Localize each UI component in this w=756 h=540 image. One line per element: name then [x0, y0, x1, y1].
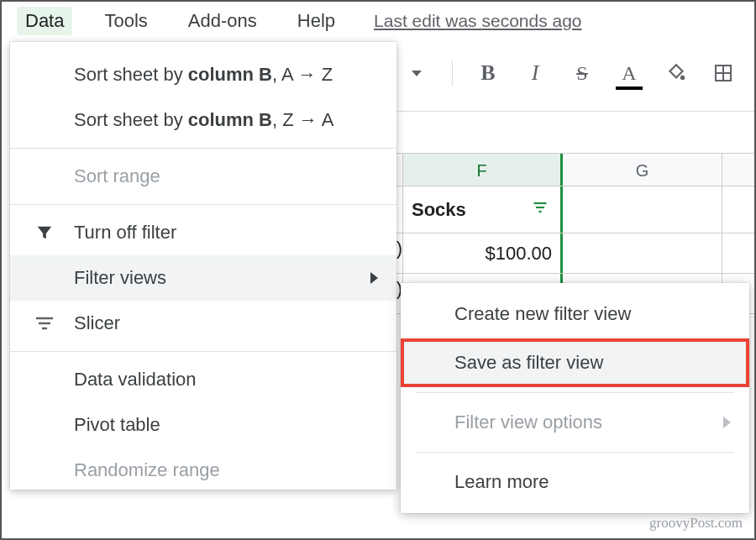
- last-edit-link[interactable]: Last edit was seconds ago: [374, 11, 582, 31]
- format-toolbar: B I S A: [405, 60, 756, 86]
- watermark: groovyPost.com: [649, 515, 743, 532]
- menu-sort-az[interactable]: Sort sheet by column B, A → Z: [10, 52, 396, 97]
- menu-sort-range: Sort range: [10, 154, 396, 199]
- menu-bar: Data Tools Add-ons Help Last edit was se…: [2, 2, 754, 40]
- data-validation-label: Data validation: [74, 369, 197, 391]
- funnel-icon: [30, 223, 59, 242]
- filter-views-label: Filter views: [74, 267, 166, 289]
- column-header-f[interactable]: F: [403, 154, 563, 186]
- toolbar-rule: [395, 111, 754, 112]
- submenu-create-filter-view[interactable]: Create new filter view: [401, 290, 749, 338]
- save-as-filter-view-label: Save as filter view: [454, 352, 603, 373]
- cell-g-header[interactable]: [563, 186, 722, 233]
- menu-help[interactable]: Help: [289, 7, 344, 35]
- italic-button[interactable]: I: [523, 61, 547, 85]
- pivot-table-label: Pivot table: [74, 414, 160, 436]
- data-dropdown: Sort sheet by column B, A → Z Sort sheet…: [10, 42, 396, 490]
- menu-sort-za[interactable]: Sort sheet by column B, Z → A: [10, 97, 396, 143]
- cell-g-row1[interactable]: [563, 233, 722, 273]
- cell-f-row1[interactable]: $100.00: [403, 233, 563, 273]
- cell-f-header-text: Socks: [412, 190, 466, 230]
- menu-turn-off-filter[interactable]: Turn off filter: [10, 210, 396, 255]
- column-header-g[interactable]: G: [563, 154, 722, 186]
- sort-az-label: Sort sheet by column B, A → Z: [74, 64, 333, 86]
- sort-range-label: Sort range: [74, 165, 160, 187]
- menu-tools[interactable]: Tools: [96, 7, 155, 35]
- sort-za-label: Sort sheet by column B, Z → A: [74, 109, 333, 131]
- menu-filter-views[interactable]: Filter views: [10, 255, 396, 301]
- submenu-save-as-filter-view[interactable]: Save as filter view: [401, 338, 749, 387]
- turn-off-filter-label: Turn off filter: [74, 222, 176, 244]
- filter-view-options-label: Filter view options: [454, 412, 602, 433]
- slicer-icon: [30, 315, 59, 332]
- submenu-separator: [416, 452, 734, 453]
- cell-f-header[interactable]: Socks: [403, 186, 563, 233]
- menu-slicer[interactable]: Slicer: [10, 301, 396, 346]
- borders-button[interactable]: [711, 61, 735, 85]
- menu-pivot-table[interactable]: Pivot table: [10, 402, 396, 448]
- fill-color-button[interactable]: [664, 61, 688, 85]
- submenu-arrow-icon: [370, 272, 378, 284]
- filter-icon[interactable]: [532, 190, 549, 230]
- submenu-learn-more[interactable]: Learn more: [401, 458, 749, 506]
- column-headers: F G: [395, 153, 754, 186]
- menu-separator: [10, 204, 396, 205]
- text-color-button[interactable]: A: [617, 61, 641, 85]
- menu-data-validation[interactable]: Data validation: [10, 357, 396, 402]
- menu-data[interactable]: Data: [17, 7, 72, 35]
- menu-separator: [10, 351, 396, 352]
- toolbar-divider: [452, 60, 453, 86]
- submenu-separator: [416, 392, 734, 393]
- more-dropdown-icon[interactable]: [405, 61, 428, 85]
- menu-separator: [10, 148, 396, 149]
- bold-button[interactable]: B: [476, 61, 500, 85]
- slicer-label: Slicer: [74, 312, 120, 334]
- strikethrough-button[interactable]: S: [570, 61, 594, 85]
- randomize-label: Randomize range: [74, 459, 220, 481]
- svg-point-0: [680, 76, 685, 80]
- menu-addons[interactable]: Add-ons: [180, 7, 265, 35]
- learn-more-label: Learn more: [454, 471, 549, 492]
- submenu-arrow-icon: [723, 417, 731, 428]
- submenu-filter-view-options: Filter view options: [401, 398, 749, 447]
- filter-views-submenu: Create new filter view Save as filter vi…: [401, 283, 749, 513]
- create-filter-view-label: Create new filter view: [454, 303, 631, 324]
- menu-randomize-range: Randomize range: [10, 448, 396, 483]
